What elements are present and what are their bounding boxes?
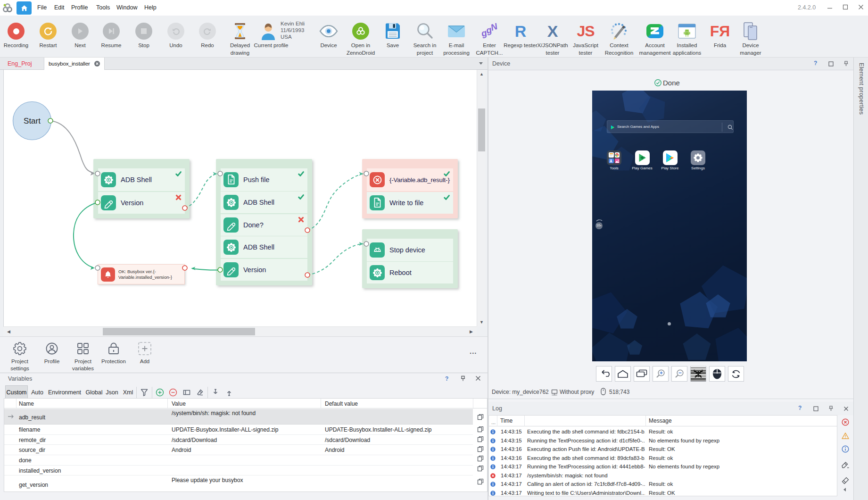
svg-text:?: ? — [445, 375, 448, 382]
svg-text:ggN: ggN — [479, 23, 500, 39]
svg-text:Start: Start — [24, 117, 41, 125]
